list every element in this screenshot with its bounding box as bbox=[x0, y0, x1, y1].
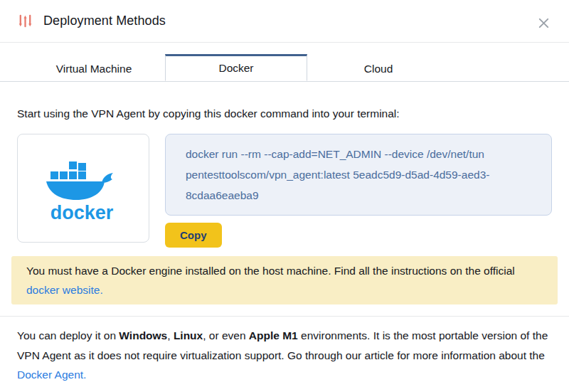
command-column: docker run --rm --cap-add=NET_ADMIN --de… bbox=[165, 134, 552, 248]
copy-button[interactable]: Copy bbox=[165, 223, 222, 248]
footer-text-1: You can deploy it on bbox=[17, 329, 119, 341]
footer-paragraph: You can deploy it on Windows, Linux, or … bbox=[17, 326, 552, 385]
section-divider bbox=[0, 316, 569, 317]
tab-bar: Virtual Machine Docker Cloud bbox=[0, 54, 569, 82]
vertical-arrows-icon bbox=[17, 13, 33, 29]
footer-text-3: , or even bbox=[203, 329, 249, 341]
docker-agent-link[interactable]: Docker Agent. bbox=[17, 369, 86, 381]
modal-header: Deployment Methods bbox=[0, 0, 569, 43]
tab-virtual-machine[interactable]: Virtual Machine bbox=[23, 54, 165, 81]
docker-website-link[interactable]: docker website. bbox=[26, 284, 103, 296]
instruction-text: Start using the VPN Agent by copying thi… bbox=[17, 106, 552, 122]
warning-banner: You must have a Docker engine installed … bbox=[11, 256, 558, 304]
deploy-row: docker docker run --rm --cap-add=NET_ADM… bbox=[17, 134, 552, 248]
tab-cloud[interactable]: Cloud bbox=[307, 54, 450, 81]
footer-bold-linux: Linux bbox=[174, 329, 203, 341]
docker-command-box[interactable]: docker run --rm --cap-add=NET_ADMIN --de… bbox=[165, 134, 552, 216]
warning-text: You must have a Docker engine installed … bbox=[26, 265, 515, 277]
close-button[interactable] bbox=[533, 13, 553, 33]
docker-whale-logo-icon: docker bbox=[40, 153, 127, 224]
close-icon bbox=[536, 16, 551, 31]
docker-tab-content: Start using the VPN Agent by copying thi… bbox=[0, 106, 569, 385]
modal-title: Deployment Methods bbox=[43, 14, 166, 28]
deployment-methods-modal: Deployment Methods Virtual Machine Docke… bbox=[0, 0, 569, 392]
tab-docker[interactable]: Docker bbox=[165, 54, 307, 81]
docker-wordmark: docker bbox=[50, 202, 114, 223]
docker-logo-card: docker bbox=[17, 134, 149, 243]
footer-bold-apple-m1: Apple M1 bbox=[249, 329, 298, 341]
footer-bold-windows: Windows bbox=[119, 329, 167, 341]
footer-text-2: , bbox=[167, 329, 174, 341]
